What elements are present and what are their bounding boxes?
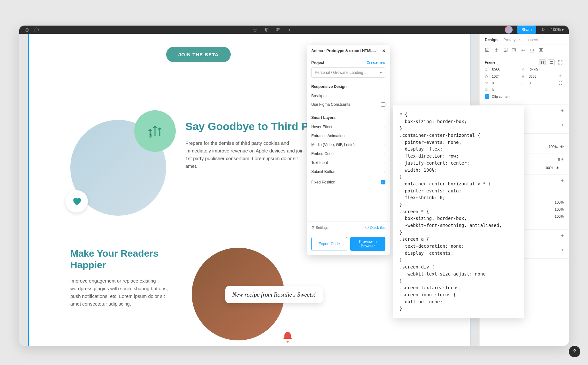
tab-prototype[interactable]: Prototype — [503, 38, 520, 42]
add-stroke-icon[interactable]: + — [561, 178, 564, 183]
hero-image-1: $ — [70, 120, 166, 216]
mask-icon[interactable] — [264, 27, 269, 33]
smart-layer-row: Entrance Animation+ — [311, 131, 385, 140]
move-tool-icon[interactable] — [252, 27, 258, 33]
zoom-level[interactable]: 100% ▾ — [551, 27, 564, 32]
gear-icon: ⚙ — [311, 225, 314, 229]
quick-tips-link[interactable]: ⓘQuick tips — [365, 225, 385, 230]
align-right-icon[interactable] — [503, 48, 508, 53]
top-toolbar: ▾ Share 100% ▾ — [19, 26, 569, 34]
bell-icon — [281, 331, 294, 344]
smart-layer-row: Embed Code+ — [311, 149, 385, 158]
svg-rect-3 — [276, 30, 278, 31]
add-icon[interactable]: + — [383, 133, 385, 138]
left-gutter — [19, 34, 28, 346]
add-icon[interactable]: + — [383, 151, 385, 156]
create-new-link[interactable]: Create new — [367, 60, 385, 65]
y-input[interactable] — [529, 68, 556, 72]
w-input[interactable] — [492, 74, 519, 78]
chevron-down-icon: ▾ — [380, 70, 382, 75]
svg-rect-1 — [276, 28, 278, 29]
visibility-icon[interactable]: 👁 — [560, 145, 564, 149]
align-hcenter-icon[interactable] — [494, 48, 499, 53]
frame-section: Frame X Y W H ⟳ ⟲ ⌐ ⛶ ⊡ — [480, 56, 569, 105]
tab-design[interactable]: Design — [485, 38, 498, 42]
add-effect-icon[interactable]: + — [561, 233, 564, 238]
fill-visibility-icon[interactable]: 👁 — [556, 166, 559, 170]
panel-tabs: Design Prototype Inspect — [480, 34, 569, 44]
help-fab[interactable]: ? — [569, 346, 580, 357]
align-top-icon[interactable] — [512, 48, 517, 53]
clip-content-checkbox[interactable] — [485, 94, 489, 99]
link-wh-icon[interactable]: ⟳ — [559, 74, 564, 78]
add-autolayout-icon[interactable]: + — [561, 108, 564, 113]
chevron-down-icon[interactable]: ▾ — [287, 27, 292, 33]
growth-badge: $ — [134, 110, 176, 152]
join-beta-button[interactable]: JOIN THE BETA — [166, 47, 231, 62]
plugin-title: Anima - Prototype & export HTML... — [311, 49, 376, 53]
project-select[interactable]: Personal / Grow.me Landing ...▾ — [311, 67, 385, 78]
layer-opacity[interactable]: 100% — [549, 145, 558, 149]
svg-rect-2 — [278, 28, 280, 29]
recipe-bubble: New recipe from Rosalie's Sweets! — [225, 286, 323, 303]
add-icon[interactable]: + — [383, 124, 385, 129]
svg-text:$: $ — [149, 133, 152, 138]
smart-layer-row: Submit Button+ — [311, 167, 385, 176]
add-breakpoint-icon[interactable]: + — [383, 93, 385, 98]
orientation-portrait-icon[interactable] — [539, 59, 546, 65]
fixed-checkbox[interactable] — [381, 180, 385, 184]
remove-fill-icon[interactable]: − — [562, 166, 564, 170]
info-icon: ⓘ — [365, 225, 369, 230]
avatar[interactable] — [505, 26, 513, 34]
smart-layer-row: Hover Effect+ — [311, 122, 385, 131]
distribute-icon[interactable] — [538, 48, 544, 53]
corner-input[interactable] — [529, 81, 556, 85]
resize-fit-icon[interactable] — [557, 59, 564, 65]
preview-browser-button[interactable]: Preview in Browser — [350, 237, 385, 251]
share-button[interactable]: Share — [517, 26, 536, 34]
h-input[interactable] — [529, 74, 556, 78]
section1-body: Prepare for the demise of third party co… — [185, 139, 307, 170]
fill-style-icon[interactable]: ⠿ — [558, 158, 560, 161]
css-code-overlay: * { box-sizing: border-box; } .container… — [393, 105, 524, 318]
anima-plugin-panel: Anima - Prototype & export HTML... ✕ Pro… — [307, 45, 390, 255]
add-icon[interactable]: + — [383, 160, 385, 165]
add-fill-icon[interactable]: + — [561, 157, 564, 162]
align-bottom-icon[interactable] — [530, 48, 535, 53]
section-readers: Make Your Readers Happier Improve engage… — [70, 248, 428, 340]
smart-layer-row: Media (Video, GIF, Lottie)+ — [311, 140, 385, 149]
constraints-checkbox[interactable] — [381, 102, 385, 107]
component-icon[interactable] — [275, 27, 281, 33]
x-input[interactable] — [492, 68, 519, 72]
align-vcenter-icon[interactable] — [521, 48, 526, 53]
add-grid-icon[interactable]: + — [561, 122, 564, 128]
align-left-icon[interactable] — [485, 48, 490, 53]
add-icon[interactable]: + — [383, 169, 385, 174]
smart-layer-row: Text Input+ — [311, 158, 385, 167]
heart-badge — [66, 190, 88, 213]
section2-heading: Make Your Readers Happier — [70, 248, 173, 271]
frame-label: Frame — [485, 60, 495, 64]
rotation-input[interactable] — [492, 81, 519, 85]
export-code-button[interactable]: Export Code — [311, 237, 347, 251]
fill-opacity[interactable]: 100% — [544, 166, 553, 170]
extra-input[interactable] — [492, 88, 519, 92]
corner-detail-icon[interactable]: ⛶ — [559, 81, 564, 85]
settings-link[interactable]: ⚙Settings — [311, 225, 329, 229]
tab-inspect[interactable]: Inspect — [525, 38, 538, 42]
hero-image-2: New recipe from Rosalie's Sweets! — [192, 248, 284, 340]
hand-tool-icon[interactable] — [24, 27, 30, 33]
add-export-icon[interactable]: + — [561, 247, 564, 252]
close-icon[interactable]: ✕ — [382, 49, 385, 53]
section2-body: Improve engagement or replace existing w… — [70, 277, 173, 308]
align-controls — [480, 44, 569, 56]
orientation-landscape-icon[interactable] — [548, 59, 555, 65]
add-icon[interactable]: + — [383, 142, 385, 147]
play-icon[interactable] — [541, 27, 546, 33]
comment-icon[interactable] — [34, 27, 40, 33]
clip-content-label: Clip content — [492, 95, 510, 98]
